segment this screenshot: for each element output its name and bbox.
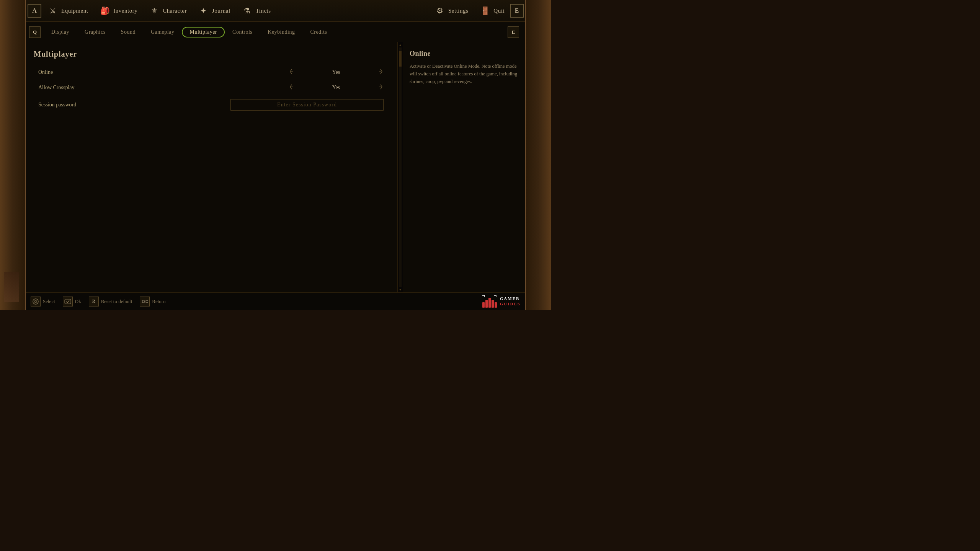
gg-gamer-text: GAMER	[500, 296, 521, 301]
key-select	[31, 297, 41, 306]
nav-item-quit[interactable]: 🚪 Quit	[474, 0, 510, 21]
hint-reset-label: Reset to default	[101, 298, 132, 305]
setting-row-password: Session password	[34, 96, 388, 114]
left-border	[0, 0, 26, 310]
nav-label-character: Character	[163, 8, 187, 14]
svg-rect-5	[488, 298, 491, 308]
svg-point-1	[34, 300, 37, 303]
nav-item-inventory[interactable]: 🎒 Inventory	[93, 0, 143, 21]
setting-label-password: Session password	[38, 102, 230, 108]
svg-point-0	[33, 299, 38, 304]
info-text: Activate or Deactivate Online Mode. Note…	[410, 62, 518, 85]
nav-key-a[interactable]: A	[28, 4, 41, 18]
setting-row-online[interactable]: Online Yes	[34, 65, 388, 79]
svg-rect-2	[65, 299, 71, 304]
main-wrapper: A ⚔ Equipment 🎒 Inventory ⚜ Character ✦ …	[26, 0, 525, 310]
tincts-icon: ⚗	[241, 5, 253, 17]
hint-return-label: Return	[152, 298, 165, 305]
top-nav: A ⚔ Equipment 🎒 Inventory ⚜ Character ✦ …	[26, 0, 525, 22]
tab-credits[interactable]: Credits	[302, 27, 335, 37]
arrow-right-online[interactable]	[377, 68, 384, 76]
scroll-thumb[interactable]	[399, 51, 402, 67]
tab-gameplay[interactable]: Gameplay	[143, 27, 182, 37]
settings-key-q[interactable]: Q	[29, 26, 41, 38]
nav-label-inventory: Inventory	[113, 8, 137, 14]
nav-item-journal[interactable]: ✦ Journal	[192, 0, 236, 21]
journal-icon: ✦	[198, 5, 210, 17]
nav-item-equipment[interactable]: ⚔ Equipment	[41, 0, 93, 21]
settings-content: Multiplayer Online Yes	[26, 42, 397, 292]
nav-item-character[interactable]: ⚜ Character	[143, 0, 192, 21]
settings-icon: ⚙	[434, 5, 446, 17]
tab-keybinding[interactable]: Keybinding	[260, 27, 302, 37]
gg-text-block: GAMER GUIDES	[500, 296, 521, 306]
gamer-guides-logo: GAMER GUIDES	[482, 295, 521, 308]
nav-label-quit: Quit	[493, 8, 505, 14]
gg-logo-icon	[482, 295, 497, 308]
scroll-up-btn[interactable]: ▲	[399, 43, 402, 47]
setting-label-crossplay: Allow Crossplay	[38, 85, 289, 91]
content-area: Multiplayer Online Yes	[26, 42, 525, 292]
arrow-left-crossplay[interactable]	[289, 84, 295, 91]
scroll-track	[399, 47, 402, 287]
nav-label-journal: Journal	[212, 8, 230, 14]
arrow-right-crossplay[interactable]	[377, 84, 384, 91]
svg-rect-3	[482, 302, 485, 308]
svg-rect-7	[495, 302, 497, 308]
hint-select: Select	[31, 297, 55, 306]
tab-graphics[interactable]: Graphics	[77, 27, 113, 37]
hint-ok-label: Ok	[75, 298, 81, 305]
info-panel: Online Activate or Deactivate Online Mod…	[403, 42, 525, 292]
quit-icon: 🚪	[479, 5, 491, 17]
svg-rect-4	[485, 300, 488, 308]
info-title: Online	[410, 50, 518, 58]
scroll-down-btn[interactable]: ▼	[399, 288, 402, 292]
settings-key-e[interactable]: E	[508, 26, 519, 38]
svg-rect-6	[492, 300, 494, 308]
setting-label-online: Online	[38, 69, 289, 75]
arrow-left-online[interactable]	[289, 68, 295, 76]
key-ok	[63, 297, 73, 306]
nav-label-settings: Settings	[448, 8, 468, 14]
setting-row-crossplay[interactable]: Allow Crossplay Yes	[34, 81, 388, 95]
key-return: ESC	[140, 297, 150, 306]
vertical-scrollbar: ▲ ▼	[397, 42, 403, 292]
setting-value-online: Yes	[298, 69, 374, 75]
nav-label-tincts: Tincts	[256, 8, 271, 14]
nav-item-settings[interactable]: ⚙ Settings	[428, 0, 474, 21]
setting-value-crossplay: Yes	[298, 85, 374, 91]
tab-sound[interactable]: Sound	[113, 27, 143, 37]
gg-guides-text: GUIDES	[500, 302, 521, 306]
hint-select-label: Select	[43, 298, 55, 305]
nav-item-tincts[interactable]: ⚗ Tincts	[236, 0, 276, 21]
nav-label-equipment: Equipment	[61, 8, 88, 14]
settings-inner: Multiplayer Online Yes	[26, 42, 403, 292]
session-password-input[interactable]	[230, 99, 384, 111]
inventory-icon: 🎒	[99, 5, 111, 17]
bottom-bar: Select Ok R Reset to default ESC Return	[26, 292, 525, 310]
settings-nav: Q Display Graphics Sound Gameplay Multip…	[26, 22, 525, 42]
hint-return: ESC Return	[140, 297, 165, 306]
tab-display[interactable]: Display	[44, 27, 77, 37]
key-reset: R	[89, 297, 99, 306]
hint-ok: Ok	[63, 297, 81, 306]
tab-multiplayer[interactable]: Multiplayer	[182, 27, 225, 37]
equipment-icon: ⚔	[47, 5, 59, 17]
section-title: Multiplayer	[34, 50, 388, 59]
tab-controls[interactable]: Controls	[225, 27, 260, 37]
right-border	[525, 0, 551, 310]
nav-key-e[interactable]: E	[510, 4, 524, 18]
hint-reset: R Reset to default	[89, 297, 132, 306]
character-icon: ⚜	[148, 5, 160, 17]
